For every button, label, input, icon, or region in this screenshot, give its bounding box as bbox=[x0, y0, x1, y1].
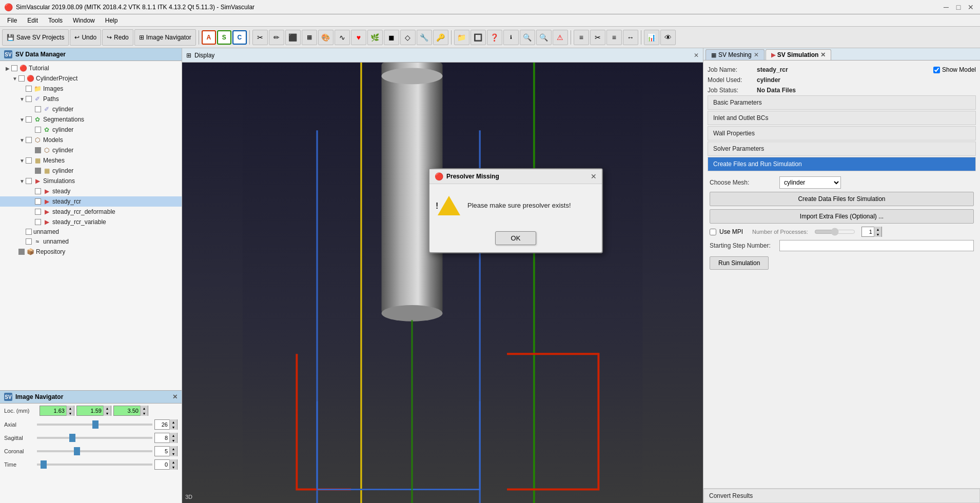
dialog-content: ! Please make sure presolver exists! bbox=[429, 184, 602, 227]
warning-icon-wrap: ! bbox=[438, 194, 460, 217]
dialog-box: 🔴 Presolver Missing ✕ ! Please make sure… bbox=[428, 168, 603, 253]
dialog-app-icon: 🔴 bbox=[435, 172, 443, 180]
dialog-title-left: 🔴 Presolver Missing bbox=[435, 172, 499, 180]
dialog-close-icon[interactable]: ✕ bbox=[591, 172, 597, 180]
dialog-message: Please make sure presolver exists! bbox=[467, 202, 571, 209]
warning-triangle-icon bbox=[438, 196, 460, 215]
dialog-titlebar: 🔴 Presolver Missing ✕ bbox=[429, 169, 602, 184]
dialog-ok-button[interactable]: OK bbox=[495, 231, 537, 245]
dialog-overlay: 🔴 Presolver Missing ✕ ! Please make sure… bbox=[0, 0, 980, 503]
dialog-buttons: OK bbox=[429, 227, 602, 252]
dialog-title: Presolver Missing bbox=[446, 173, 499, 180]
warning-exclamation: ! bbox=[436, 202, 438, 211]
